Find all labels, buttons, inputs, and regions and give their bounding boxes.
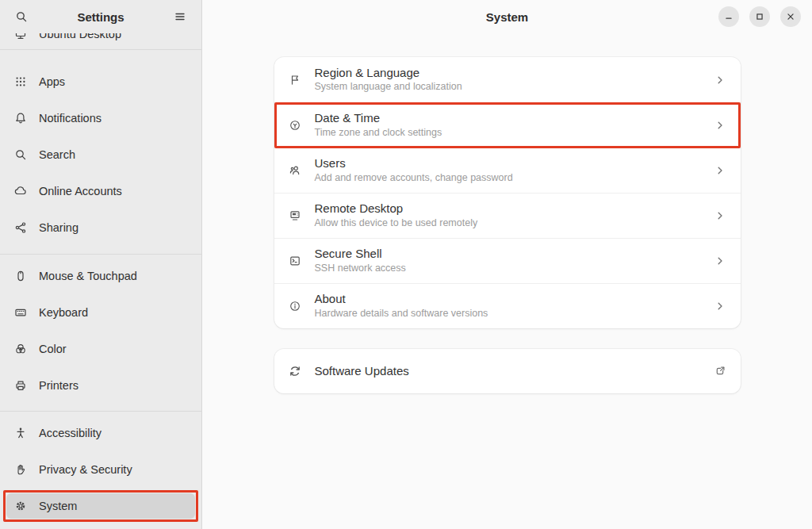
printer-icon bbox=[14, 379, 27, 392]
row-date-time[interactable]: Date & Time Time zone and clock settings bbox=[274, 102, 741, 148]
search-icon bbox=[14, 148, 27, 161]
row-title: Software Updates bbox=[315, 365, 700, 378]
page-title: System bbox=[486, 10, 528, 24]
row-title: About bbox=[315, 293, 700, 306]
main-content: Region & Language System language and lo… bbox=[202, 33, 812, 529]
chevron-right-icon bbox=[714, 209, 726, 222]
sidebar-item-label: Printers bbox=[39, 379, 79, 392]
flag-icon bbox=[289, 74, 301, 86]
software-updates-card: Software Updates bbox=[274, 349, 741, 393]
row-title: Remote Desktop bbox=[315, 202, 700, 216]
annotation-box-system bbox=[3, 490, 198, 522]
sidebar: Settings Ubuntu Desktop Apps bbox=[0, 0, 202, 529]
row-about[interactable]: About Hardware details and software vers… bbox=[274, 283, 741, 328]
sidebar-header: Settings bbox=[0, 0, 201, 33]
sidebar-item-label: Search bbox=[39, 148, 75, 161]
main-menu-icon bbox=[174, 10, 186, 23]
sidebar-group-3: Accessibility Privacy & Security System bbox=[0, 412, 201, 524]
sidebar-item-search[interactable]: Search bbox=[0, 136, 201, 173]
ubuntu-desktop-icon bbox=[14, 33, 27, 40]
row-remote-desktop[interactable]: Remote Desktop Allow this device to be u… bbox=[274, 193, 741, 238]
sidebar-item-label: Accessibility bbox=[39, 427, 102, 439]
remote-desktop-icon bbox=[289, 209, 301, 222]
sidebar-item-label: Color bbox=[39, 343, 67, 355]
main-menu-button[interactable] bbox=[168, 5, 192, 29]
minimize-button[interactable] bbox=[718, 6, 739, 27]
row-title: Date & Time bbox=[315, 112, 700, 125]
chevron-right-icon bbox=[714, 300, 726, 312]
apps-icon bbox=[14, 75, 27, 88]
gear-icon bbox=[14, 500, 27, 512]
system-settings-card: Region & Language System language and lo… bbox=[274, 57, 741, 328]
row-subtitle: Hardware details and software versions bbox=[315, 309, 700, 320]
maximize-button[interactable] bbox=[749, 6, 770, 27]
search-icon bbox=[15, 10, 28, 23]
row-subtitle: Allow this device to be used remotely bbox=[315, 218, 700, 229]
maximize-icon bbox=[754, 11, 765, 22]
sidebar-item-label: Online Accounts bbox=[39, 185, 122, 197]
chevron-right-icon bbox=[714, 164, 726, 177]
sidebar-item-accessibility[interactable]: Accessibility bbox=[0, 415, 201, 451]
sidebar-item-apps[interactable]: Apps bbox=[0, 63, 201, 100]
sidebar-item-label: Apps bbox=[39, 75, 65, 88]
hand-icon bbox=[14, 463, 27, 476]
sidebar-item-label: System bbox=[39, 500, 77, 512]
sidebar-item-mouse-touchpad[interactable]: Mouse & Touchpad bbox=[0, 258, 201, 294]
sidebar-item-keyboard[interactable]: Keyboard bbox=[0, 294, 201, 331]
chevron-right-icon bbox=[714, 255, 726, 267]
row-title: Region & Language bbox=[315, 67, 700, 80]
row-subtitle: SSH network access bbox=[315, 263, 700, 274]
sidebar-item-label: Notifications bbox=[39, 112, 102, 125]
chevron-right-icon bbox=[714, 119, 726, 132]
sidebar-item-sharing[interactable]: Sharing bbox=[0, 209, 201, 246]
sidebar-item-ubuntu-desktop[interactable]: Ubuntu Desktop bbox=[0, 33, 201, 49]
sidebar-item-color[interactable]: Color bbox=[0, 331, 201, 367]
sidebar-item-label: Ubuntu Desktop bbox=[39, 33, 121, 40]
terminal-icon bbox=[289, 255, 301, 267]
row-secure-shell[interactable]: Secure Shell SSH network access bbox=[274, 238, 741, 283]
sidebar-item-privacy-security[interactable]: Privacy & Security bbox=[0, 451, 201, 488]
sidebar-item-label: Keyboard bbox=[39, 306, 88, 319]
row-subtitle: Time zone and clock settings bbox=[315, 128, 700, 139]
info-icon bbox=[289, 300, 301, 312]
sidebar-item-notifications[interactable]: Notifications bbox=[0, 100, 201, 136]
sidebar-title: Settings bbox=[33, 10, 168, 24]
row-region-language[interactable]: Region & Language System language and lo… bbox=[274, 57, 741, 102]
mouse-icon bbox=[14, 270, 27, 282]
row-title: Users bbox=[315, 157, 700, 171]
minimize-icon bbox=[723, 11, 734, 22]
settings-window: Settings Ubuntu Desktop Apps bbox=[0, 0, 812, 529]
close-button[interactable] bbox=[780, 6, 801, 27]
sidebar-group-2: Mouse & Touchpad Keyboard Color Printers bbox=[0, 255, 201, 411]
row-subtitle: System language and localization bbox=[315, 82, 700, 93]
sidebar-item-label: Sharing bbox=[39, 221, 79, 234]
share-icon bbox=[14, 221, 27, 234]
main-header: System bbox=[202, 0, 812, 33]
sidebar-group-1: Apps Notifications Search Online Account… bbox=[0, 50, 201, 254]
sidebar-item-printers[interactable]: Printers bbox=[0, 367, 201, 404]
close-icon bbox=[785, 11, 796, 22]
refresh-icon bbox=[289, 365, 301, 378]
main-panel: System bbox=[202, 0, 812, 529]
users-icon bbox=[289, 164, 301, 177]
row-users[interactable]: Users Add and remove accounts, change pa… bbox=[274, 148, 741, 193]
clock-icon bbox=[289, 119, 301, 132]
sidebar-item-system[interactable]: System bbox=[6, 493, 195, 519]
accessibility-icon bbox=[14, 427, 27, 439]
sidebar-item-online-accounts[interactable]: Online Accounts bbox=[0, 173, 201, 209]
keyboard-icon bbox=[14, 306, 27, 319]
cloud-icon bbox=[14, 185, 27, 197]
window-controls bbox=[718, 6, 801, 27]
row-subtitle: Add and remove accounts, change password bbox=[315, 173, 700, 184]
search-button[interactable] bbox=[10, 5, 33, 29]
chevron-right-icon bbox=[714, 74, 726, 86]
color-icon bbox=[14, 343, 27, 355]
external-link-icon bbox=[714, 365, 726, 378]
bell-icon bbox=[14, 112, 27, 125]
row-software-updates[interactable]: Software Updates bbox=[274, 349, 741, 393]
sidebar-item-label: Privacy & Security bbox=[39, 463, 132, 476]
row-title: Secure Shell bbox=[315, 247, 700, 261]
sidebar-item-label: Mouse & Touchpad bbox=[39, 270, 137, 282]
sidebar-clipped-row: Ubuntu Desktop bbox=[0, 33, 201, 49]
